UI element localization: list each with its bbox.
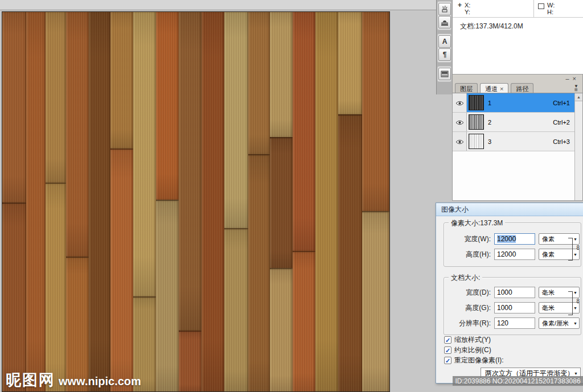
tab-channels[interactable]: 通道 × — [480, 83, 508, 93]
tab-close-icon[interactable]: × — [500, 85, 503, 92]
wood-plank-segment — [2, 203, 26, 392]
panel-menu-icon[interactable]: ▼≡ — [572, 85, 581, 92]
channel-name: 3 — [488, 138, 553, 145]
wood-plank — [270, 12, 293, 391]
visibility-toggle[interactable] — [453, 113, 467, 131]
info-x-label: X: — [465, 2, 470, 9]
wood-plank — [362, 12, 389, 391]
scroll-up-icon[interactable]: ▲ — [575, 93, 582, 101]
brushes-icon — [441, 5, 449, 13]
wood-plank-segment — [133, 12, 156, 296]
layer-comps-icon — [441, 71, 449, 77]
wood-plank-segment — [338, 114, 362, 392]
watermark-site-url: www.nipic.com — [59, 375, 141, 387]
chevron-down-icon: ▼ — [574, 372, 578, 376]
pixel-width-input[interactable]: 12000 — [494, 233, 535, 245]
resample-image-checkbox[interactable]: ✓ — [444, 357, 451, 364]
doc-width-label: 宽度(D): — [446, 288, 491, 298]
doc-height-unit-select[interactable]: 毫米 ▼ — [539, 302, 580, 313]
channels-scrollbar[interactable]: ▲ — [574, 93, 582, 200]
wood-plank-segment — [156, 12, 179, 200]
channel-shortcut: Ctrl+2 — [553, 119, 570, 126]
panel-window-controls: –× — [565, 75, 580, 82]
character-icon: A — [442, 38, 447, 46]
info-coordinates-section: + X: Y: W: H: — [453, 0, 583, 18]
wood-plank — [338, 12, 362, 391]
wood-plank — [46, 12, 66, 391]
selection-size-readout: W: H: — [538, 2, 555, 15]
character-panel-button[interactable]: A — [438, 35, 451, 48]
canvas-image[interactable] — [2, 11, 390, 392]
height-label: 高度(H): — [446, 250, 491, 259]
info-divider — [533, 0, 534, 17]
clone-source-panel-button[interactable] — [438, 16, 451, 28]
brushes-panel-button[interactable] — [438, 3, 451, 15]
constrain-proportions-row: ✓ 约束比例(C) — [444, 346, 491, 354]
dialog-title: 图像大小 — [441, 205, 469, 214]
selection-size-icon — [538, 3, 544, 9]
eye-icon — [455, 137, 464, 147]
dock-group-layer-comps — [437, 66, 451, 82]
channels-panel: –× 图层 通道 × 路径 ▼≡ — [452, 74, 583, 201]
chevron-down-icon: ▼ — [573, 306, 577, 310]
visibility-toggle[interactable] — [453, 132, 467, 151]
doc-width-input[interactable]: 1000 — [494, 287, 535, 298]
channel-row-3[interactable]: 3 Ctrl+3 — [453, 132, 575, 151]
id-watermark-bar: ID:2039886 NO:20200412152017383086 — [453, 376, 583, 386]
chevron-down-icon: ▼ — [573, 321, 577, 325]
pixel-height-unit-select[interactable]: 像素 ▼ — [539, 249, 580, 260]
visibility-toggle[interactable] — [453, 93, 467, 112]
resolution-label: 分辨率(R): — [446, 319, 491, 328]
wood-plank — [89, 12, 110, 391]
wood-plank — [315, 12, 338, 391]
wood-plank-segment — [66, 12, 89, 257]
crosshair-icon: + — [458, 2, 462, 15]
cursor-position-readout: + X: Y: — [458, 2, 470, 15]
chain-link-icon: 8 — [576, 298, 580, 304]
paragraph-panel-button[interactable]: ¶ — [438, 48, 451, 61]
layer-comps-panel-button[interactable] — [438, 68, 451, 80]
info-panel: + X: Y: W: H: 文档:137.3M/412.0M — [452, 0, 583, 74]
wood-plank-segment — [338, 12, 362, 114]
pixel-height-input[interactable]: 12000 — [494, 249, 535, 260]
resolution-unit-select[interactable]: 像素/厘米 ▼ — [539, 317, 580, 329]
panel-dock-strip: A ¶ — [436, 0, 452, 94]
document-size-group: 文档大小: 宽度(D): 1000 毫米 ▼ 高度(G): 1000 毫米 ▼ — [444, 277, 581, 335]
wood-plank-segment — [46, 183, 66, 392]
constrain-proportions-checkbox[interactable]: ✓ — [444, 346, 451, 354]
watermark: 昵图网www.nipic.com — [6, 370, 141, 390]
dialog-title-bar[interactable]: 图像大小 — [436, 203, 583, 216]
eye-icon — [455, 98, 464, 108]
wood-plank — [156, 12, 179, 391]
paragraph-icon: ¶ — [443, 51, 447, 59]
wood-plank-segment — [362, 12, 389, 211]
wood-plank-segment — [315, 12, 338, 391]
close-icon[interactable]: × — [573, 75, 580, 82]
document-size-readout: 文档:137.3M/412.0M — [453, 18, 583, 31]
channel-thumbnail — [469, 95, 484, 110]
channel-name: 2 — [488, 119, 553, 126]
resolution-input[interactable]: 120 — [494, 317, 535, 329]
resample-image-row: ✓ 重定图像像素(I): — [444, 356, 504, 365]
link-bracket — [568, 238, 573, 261]
tab-paths[interactable]: 路径 — [511, 83, 533, 93]
wood-plank-segment — [270, 137, 293, 269]
doc-height-input[interactable]: 1000 — [494, 302, 535, 313]
doc-width-unit-select[interactable]: 毫米 ▼ — [539, 287, 580, 298]
clone-source-icon — [441, 18, 449, 26]
minimize-icon[interactable]: – — [565, 75, 572, 82]
wood-plank-segment — [89, 12, 110, 391]
wood-plank-segment — [270, 268, 293, 392]
dock-group-type: A ¶ — [437, 34, 451, 63]
channel-row-2[interactable]: 2 Ctrl+2 — [453, 113, 575, 132]
wood-plank-segment — [2, 12, 26, 203]
photoshop-workspace: 昵图网www.nipic.com A ¶ — [0, 0, 583, 392]
tab-layers[interactable]: 图层 — [455, 83, 478, 93]
dock-group-brushes — [437, 1, 451, 30]
pixel-width-unit-select[interactable]: 像素 ▼ — [539, 233, 580, 245]
scale-styles-checkbox[interactable]: ✓ — [444, 336, 451, 344]
channel-row-1[interactable]: 1 Ctrl+1 — [453, 93, 575, 113]
wood-plank — [248, 12, 270, 391]
chevron-down-icon: ▼ — [573, 291, 577, 295]
wood-plank-segment — [110, 148, 133, 392]
